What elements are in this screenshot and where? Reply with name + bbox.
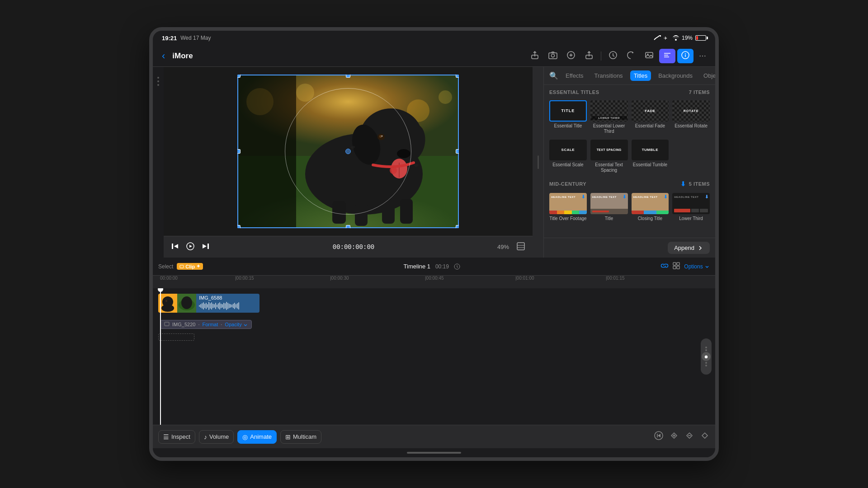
export-button[interactable] <box>527 49 543 63</box>
overlay-track: IMG_5220 · Format · Opacity <box>160 316 252 333</box>
lower-third-color-bars <box>674 209 708 212</box>
photo-library-button[interactable] <box>641 49 657 63</box>
essential-lower-third-thumb[interactable]: LOWER THIRD <box>590 100 628 122</box>
titles-scroll-area[interactable]: ESSENTIAL TITLES 7 items TITLE Essential… <box>544 85 715 238</box>
status-right-icons: ✈ 19% <box>654 35 706 41</box>
multicam-icon: ⊞ <box>285 433 291 441</box>
svg-rect-35 <box>400 199 413 224</box>
title-item-essential-title[interactable]: TITLE Essential Title <box>549 100 587 134</box>
timecode-display: 00:00:00:00 <box>217 244 490 251</box>
svg-rect-38 <box>208 244 209 249</box>
ruler-mark-2: |00:00:30 <box>330 276 349 281</box>
share-button[interactable] <box>581 49 597 63</box>
svg-point-28 <box>382 136 383 137</box>
panel-divider[interactable] <box>533 67 543 258</box>
timeline-header: Select Clip ✦ Timeline 1 00:19 <box>153 258 715 276</box>
title-item-title[interactable]: ⬇ HEADLINE TEXT Title <box>590 193 628 221</box>
svg-rect-39 <box>517 243 524 250</box>
overlay-clip[interactable]: IMG_5220 · Format · Opacity <box>160 320 252 329</box>
inspect-button[interactable]: ☰ Inspect <box>158 430 195 444</box>
inspect-icon: ☰ <box>163 433 169 441</box>
mid-century-label: MID-CENTURY <box>549 181 586 187</box>
ruler-mark-4: |00:01:00 <box>515 276 534 281</box>
lower-third-thumb[interactable]: ⬇ HEADLINE TEXT <box>672 193 710 214</box>
more-button[interactable]: ⋯ <box>695 50 710 62</box>
view-toggle-button[interactable] <box>516 242 525 253</box>
essential-scale-label: Essential Scale <box>552 162 583 168</box>
camera-button[interactable] <box>545 49 561 63</box>
keyframe-prev-button[interactable] <box>654 431 664 443</box>
svg-rect-0 <box>660 35 661 37</box>
tab-transitions[interactable]: Transitions <box>591 70 627 81</box>
zoom-level: 49% <box>497 244 509 250</box>
closing-title-label: Closing Title <box>638 216 662 221</box>
title-item-essential-fade[interactable]: FADE Essential Fade <box>632 100 669 134</box>
download-mid-century-icon[interactable]: ⬇ <box>680 180 686 188</box>
skip-forward-button[interactable] <box>202 242 210 252</box>
home-indicator <box>153 448 715 457</box>
title-thumb-mc[interactable]: ⬇ HEADLINE TEXT <box>590 193 628 214</box>
title-item-essential-scale[interactable]: SCALE Essential Scale <box>549 140 587 174</box>
append-button[interactable]: Append <box>668 242 710 254</box>
ruler-mark-1: |00:00:15 <box>235 276 254 281</box>
title-item-essential-tumble[interactable]: TUMBLE Essential Tumble <box>632 140 669 174</box>
opacity-button[interactable]: Opacity <box>225 322 247 327</box>
essential-fade-thumb[interactable]: FADE <box>632 100 669 122</box>
title-item-lower-third[interactable]: ⬇ HEADLINE TEXT Lower Third <box>672 193 710 221</box>
search-button[interactable]: 🔍 <box>549 71 558 80</box>
svg-point-2 <box>675 39 677 41</box>
clip-thumbnail-dog <box>158 294 177 313</box>
keyframe-add-button[interactable] <box>669 431 679 443</box>
essential-titles-section-header: ESSENTIAL TITLES 7 items <box>544 85 715 98</box>
animate-button[interactable]: ◎ Animate <box>237 430 277 444</box>
magic-button[interactable] <box>563 49 579 63</box>
titles-button[interactable] <box>659 49 675 63</box>
options-button[interactable]: Options <box>684 263 710 270</box>
tab-titles[interactable]: Titles <box>630 70 651 81</box>
essential-titles-label: ESSENTIAL TITLES <box>549 89 599 95</box>
clock-button[interactable] <box>605 49 621 63</box>
title-item-essential-rotate[interactable]: ROTATE Essential Rotate <box>672 100 710 134</box>
tab-backgrounds[interactable]: Backgrounds <box>655 70 696 81</box>
playhead[interactable] <box>160 288 161 425</box>
svg-point-16 <box>296 84 314 102</box>
battery-icon <box>695 35 706 41</box>
title-item-essential-lower-third[interactable]: LOWER THIRD Essential Lower Third <box>590 100 628 134</box>
timeline-grid-button[interactable] <box>672 262 680 272</box>
play-button[interactable] <box>186 242 194 252</box>
keyframe-next-button[interactable] <box>700 431 710 443</box>
volume-button[interactable]: ♪ Volume <box>199 430 234 444</box>
format-button[interactable]: Format <box>202 322 218 327</box>
skip-back-button[interactable] <box>171 242 179 252</box>
refresh-button[interactable] <box>623 49 639 63</box>
tab-effects[interactable]: Effects <box>562 70 587 81</box>
title-item-closing-title[interactable]: ⬇ HEADLINE TEXT Closing Title <box>632 193 669 221</box>
svg-point-18 <box>439 90 452 104</box>
left-sidebar <box>153 67 164 258</box>
svg-rect-45 <box>677 263 679 265</box>
keyframe-delete-button[interactable] <box>684 431 694 443</box>
essential-rotate-label: Essential Rotate <box>675 123 708 129</box>
multicam-button[interactable]: ⊞ Multicam <box>280 430 321 444</box>
essential-tumble-thumb[interactable]: TUMBLE <box>632 140 669 161</box>
essential-rotate-thumb[interactable]: ROTATE <box>672 100 710 122</box>
scroll-indicator[interactable]: ⏺ <box>701 338 712 375</box>
essential-title-thumb[interactable]: TITLE <box>549 100 587 122</box>
title-item-title-over-footage[interactable]: ⬇ HEADLINE TEXT Title Over <box>549 193 587 221</box>
closing-title-thumb[interactable]: ⬇ HEADLINE TEXT <box>632 193 669 214</box>
timeline-link-button[interactable] <box>660 262 669 272</box>
video-clip[interactable]: IMG_6588 <box>158 294 259 313</box>
essential-text-spacing-thumb[interactable]: TEXT SPACING <box>590 140 628 161</box>
download-badge-4: ⬇ <box>705 194 709 199</box>
info-button[interactable] <box>677 49 693 63</box>
volume-icon: ♪ <box>204 433 207 441</box>
back-button[interactable]: ‹ <box>158 48 169 64</box>
title-item-essential-text-spacing[interactable]: TEXT SPACING Essential Text Spacing <box>590 140 628 174</box>
scroll-control[interactable]: ⏺ <box>702 352 711 361</box>
essential-lower-third-label: Essential Lower Third <box>590 123 628 134</box>
essential-scale-thumb[interactable]: SCALE <box>549 140 587 161</box>
app-title: iMore <box>172 52 193 61</box>
tab-objects[interactable]: Objects <box>700 70 715 81</box>
svg-rect-42 <box>180 265 184 268</box>
title-over-footage-thumb[interactable]: ⬇ HEADLINE TEXT <box>549 193 587 214</box>
